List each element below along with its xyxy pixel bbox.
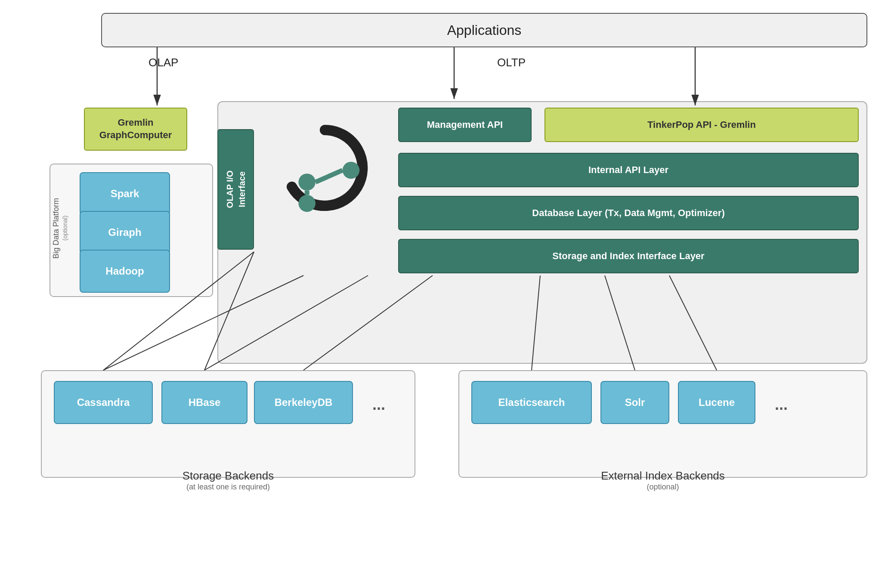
storage-index-label: Storage and Index Interface Layer (552, 251, 704, 262)
svg-point-0 (298, 173, 316, 191)
applications-box: Applications (101, 13, 867, 47)
olap-label: OLAP (148, 56, 178, 69)
storage-backends-label: Storage Backends (at least one is requir… (41, 469, 415, 492)
gremlin-graphcomputer-box: GremlinGraphComputer (84, 108, 187, 151)
solr-label: Solr (625, 396, 645, 409)
berkeleydb-label: BerkeleyDB (275, 396, 333, 409)
hbase-box: HBase (161, 381, 248, 424)
external-index-subtitle: (optional) (458, 483, 867, 492)
giraph-label: Giraph (108, 226, 141, 238)
giraph-box: Giraph (80, 211, 170, 254)
spark-label: Spark (111, 188, 139, 200)
tinkerpop-label: TinkerPop API - Gremlin (647, 119, 756, 130)
lucene-label: Lucene (699, 396, 735, 409)
elasticsearch-label: Elasticsearch (498, 396, 565, 409)
index-dots-label: ··· (775, 400, 788, 418)
cassandra-label: Cassandra (77, 396, 130, 409)
berkeleydb-box: BerkeleyDB (254, 381, 353, 424)
janusgraph-logo-svg (278, 121, 372, 215)
svg-point-2 (298, 195, 316, 212)
olap-io-label: OLAP I/OInterface (224, 170, 248, 208)
hbase-label: HBase (189, 396, 221, 409)
storage-dots: ··· (359, 387, 398, 430)
storage-dots-label: ··· (372, 400, 385, 418)
applications-label: Applications (447, 22, 522, 38)
lucene-box: Lucene (678, 381, 755, 424)
internal-api-box: Internal API Layer (398, 153, 859, 187)
spark-box: Spark (80, 172, 170, 215)
big-data-label: Big Data Platform (optional) (52, 164, 68, 293)
management-api-box: Management API (398, 108, 532, 142)
elasticsearch-box: Elasticsearch (471, 381, 592, 424)
storage-backends-title: Storage Backends (41, 469, 415, 483)
storage-backends-subtitle: (at least one is required) (41, 483, 415, 492)
janusgraph-logo (269, 112, 381, 224)
database-layer-label: Database Layer (Tx, Data Mgmt, Optimizer… (532, 207, 724, 219)
olap-io-box: OLAP I/OInterface (217, 129, 254, 250)
external-index-title: External Index Backends (458, 469, 867, 483)
svg-point-1 (343, 162, 360, 179)
diagram-container: Applications OLAP OLTP GremlinGraphCompu… (24, 13, 867, 573)
management-api-label: Management API (427, 119, 503, 130)
database-layer-box: Database Layer (Tx, Data Mgmt, Optimizer… (398, 196, 859, 230)
tinkerpop-api-box: TinkerPop API - Gremlin (544, 108, 859, 142)
internal-api-label: Internal API Layer (588, 164, 668, 176)
cassandra-box: Cassandra (54, 381, 153, 424)
hadoop-label: Hadoop (105, 265, 144, 277)
index-dots: ··· (762, 387, 801, 430)
storage-index-box: Storage and Index Interface Layer (398, 239, 859, 273)
hadoop-box: Hadoop (80, 250, 170, 293)
solr-box: Solr (600, 381, 669, 424)
gremlin-label: GremlinGraphComputer (99, 117, 172, 141)
svg-line-3 (316, 170, 343, 183)
oltp-label: OLTP (497, 56, 526, 69)
external-index-label: External Index Backends (optional) (458, 469, 867, 492)
